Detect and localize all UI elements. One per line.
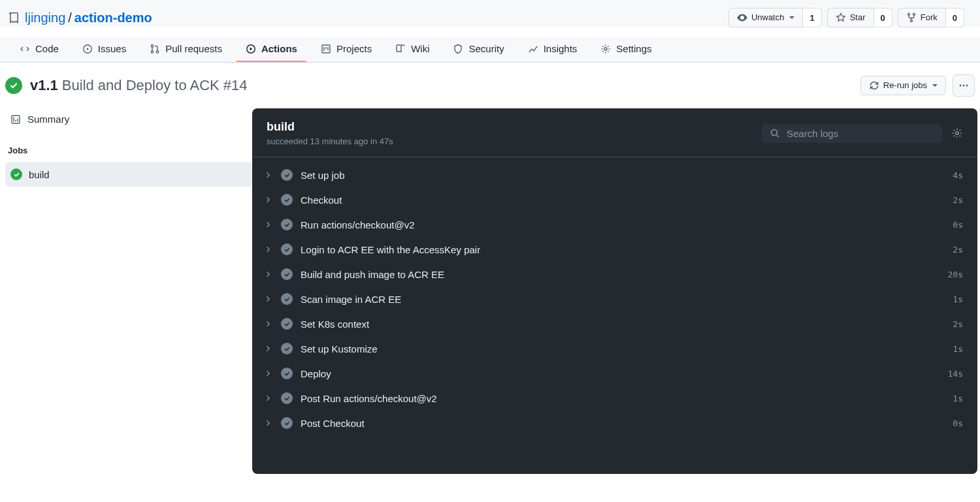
svg-point-4 [86,48,88,50]
repo-header: ljinging / action-demo Unwatch 1 Star 0 [0,0,980,27]
star-count[interactable]: 0 [874,8,892,27]
tab-issues[interactable]: Issues [73,37,135,62]
tab-projects-label: Projects [336,43,372,54]
more-options-button[interactable] [953,74,975,97]
tab-pulls[interactable]: Pull requests [140,37,231,62]
star-button[interactable]: Star [827,8,874,27]
eye-icon [737,12,747,23]
tab-settings-label: Settings [616,43,651,54]
tab-insights-label: Insights [544,43,578,54]
sidebar: Summary Jobs build [0,108,252,474]
fork-icon [906,12,917,23]
svg-point-11 [960,85,962,87]
search-logs-container[interactable] [762,124,942,143]
step-row[interactable]: Login to ACR EE with the AccessKey pair … [252,237,977,262]
tab-projects[interactable]: Projects [312,37,381,62]
tab-code[interactable]: Code [10,37,68,62]
jobs-heading: Jobs [5,130,252,162]
svg-rect-14 [12,116,20,123]
svg-point-10 [604,48,607,50]
search-logs-input[interactable] [787,128,934,139]
step-row[interactable]: Run actions/checkout@v2 0s [252,212,977,237]
chevron-right-icon [264,394,273,402]
caret-down-icon [932,84,938,87]
step-row[interactable]: Set up job 4s [252,163,977,187]
rerun-jobs-button[interactable]: Re-run jobs [860,76,946,95]
step-duration: 2s [953,319,963,329]
svg-point-15 [772,130,777,136]
check-circle-icon [281,293,293,305]
sidebar-summary-label: Summary [27,114,69,125]
chevron-right-icon [264,345,273,353]
tab-security[interactable]: Security [444,37,513,62]
step-name: Set up Kustomize [301,343,945,354]
sidebar-summary[interactable]: Summary [5,108,252,130]
check-circle-icon [281,368,293,379]
chevron-right-icon [264,320,273,328]
sync-icon [869,80,879,91]
step-row[interactable]: Set up Kustomize 1s [252,336,977,361]
check-circle-icon [281,194,293,206]
watch-count[interactable]: 1 [803,8,821,27]
search-icon [770,128,780,138]
repo-title: ljinging / action-demo [25,10,152,25]
step-duration: 4s [953,170,963,180]
tab-wiki[interactable]: Wiki [386,37,438,62]
step-name: Set K8s context [301,319,945,330]
success-check-icon [10,168,22,180]
step-name: Build and push image to ACR EE [301,269,940,280]
svg-point-16 [956,132,959,135]
step-row[interactable]: Set K8s context 2s [252,311,977,336]
check-circle-icon [281,392,293,404]
step-duration: 1s [953,394,963,403]
step-row[interactable]: Scan image in ACR EE 1s [252,287,977,311]
repo-name-link[interactable]: action-demo [74,10,152,25]
rerun-label: Re-run jobs [883,79,927,92]
step-row[interactable]: Deploy 14s [252,361,977,386]
step-name: Post Run actions/checkout@v2 [301,393,945,404]
chevron-right-icon [264,196,273,204]
repo-owner-link[interactable]: ljinging [25,10,65,25]
svg-point-7 [157,50,159,52]
step-row[interactable]: Post Checkout 0s [252,411,977,435]
check-circle-icon [281,417,293,429]
sidebar-job-build[interactable]: build [5,162,252,187]
step-name: Checkout [301,195,945,206]
unwatch-button[interactable]: Unwatch [728,8,804,27]
check-circle-icon [281,243,293,255]
fork-count[interactable]: 0 [946,8,964,27]
summary-icon [10,114,21,125]
step-duration: 14s [948,369,963,379]
step-duration: 0s [953,220,963,230]
tab-actions-label: Actions [261,43,297,54]
job-panel-subtitle: succeeded 13 minutes ago in 47s [267,136,393,146]
tab-settings[interactable]: Settings [591,37,661,62]
svg-point-12 [963,85,965,87]
workflow-header: v1.1 Build and Deploy to ACK #14 Re-run … [0,63,980,108]
repo-icon [8,12,20,24]
tab-insights[interactable]: Insights [519,37,587,62]
tab-code-label: Code [35,43,59,54]
workflow-suffix: Build and Deploy to ACK #14 [62,77,248,94]
tab-wiki-label: Wiki [411,43,429,54]
fork-label: Fork [921,11,938,24]
tab-actions[interactable]: Actions [237,37,306,62]
step-row[interactable]: Checkout 2s [252,187,977,212]
step-duration: 2s [953,245,963,255]
step-row[interactable]: Build and push image to ACR EE 20s [252,262,977,287]
chevron-right-icon [264,221,273,228]
repo-actions: Unwatch 1 Star 0 Fork 0 [728,8,964,27]
job-panel: build succeeded 13 minutes ago in 47s [252,108,977,474]
chevron-right-icon [264,419,273,427]
check-circle-icon [281,343,293,354]
settings-gear-button[interactable] [951,127,963,139]
star-label: Star [850,11,866,24]
step-row[interactable]: Post Run actions/checkout@v2 1s [252,386,977,411]
chevron-right-icon [264,369,273,377]
step-duration: 20s [948,270,963,279]
check-circle-icon [281,318,293,330]
fork-button[interactable]: Fork [898,8,946,27]
check-circle-icon [281,268,293,280]
check-circle-icon [281,169,293,181]
step-name: Post Checkout [301,418,945,429]
